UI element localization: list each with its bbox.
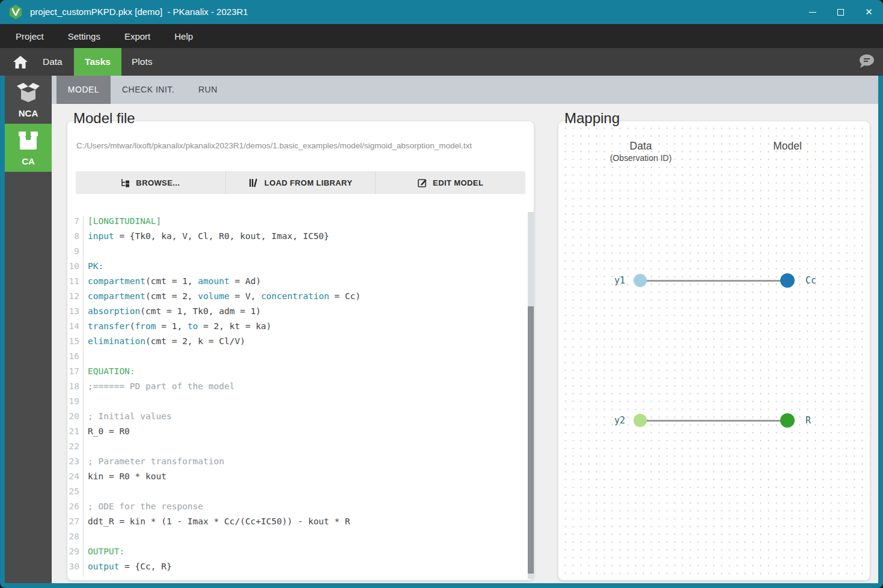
close-button[interactable]: ✕ xyxy=(855,0,883,24)
code-line: 13absorption(cmt = 1, Tk0, adm = 1) xyxy=(67,306,534,321)
code-line: 24kin = R0 * kout xyxy=(67,471,534,486)
observation-id-label: (Observation ID) xyxy=(590,153,692,163)
tab-plots[interactable]: Plots xyxy=(132,48,152,76)
menu-project[interactable]: Project xyxy=(16,31,44,41)
menu-bar: Project Settings Export Help xyxy=(0,24,883,48)
main-area: Model file Mapping C:/Users/mtwar/lixoft… xyxy=(52,104,878,583)
mapping-connector-line xyxy=(640,280,787,282)
browse-button[interactable]: BROWSE... xyxy=(76,171,225,194)
mapping-heading: Mapping xyxy=(564,110,620,127)
subtab-check-init[interactable]: CHECK INIT. xyxy=(122,76,174,104)
code-line: 14transfer(from = 1, to = 2, kt = ka) xyxy=(67,321,534,336)
model-file-heading: Model file xyxy=(73,110,135,127)
code-lines: 7[LONGITUDINAL]8input = {Tk0, ka, V, Cl,… xyxy=(67,212,534,577)
open-box-icon xyxy=(16,82,40,103)
code-line: 29OUTPUT: xyxy=(67,547,534,562)
code-scrollbar-thumb[interactable] xyxy=(528,306,534,574)
home-tab[interactable] xyxy=(8,48,32,76)
code-line: 15elimination(cmt = 2, k = Cl/V) xyxy=(67,336,534,351)
mapping-connector-line xyxy=(640,420,787,422)
closed-box-icon xyxy=(17,130,39,151)
code-line: 18;====== PD part of the model xyxy=(67,381,534,396)
code-line: 19 xyxy=(67,396,534,411)
menu-help[interactable]: Help xyxy=(174,31,193,41)
close-icon: ✕ xyxy=(865,7,873,17)
model-node-label: R xyxy=(805,413,811,428)
model-node-dot[interactable] xyxy=(780,413,795,428)
sidebar-item-ca[interactable]: CA xyxy=(5,124,52,172)
load-from-library-button-label: LOAD FROM LIBRARY xyxy=(264,178,352,187)
browse-button-label: BROWSE... xyxy=(136,178,180,187)
minimize-button[interactable] xyxy=(798,0,826,24)
mapping-model-column-header: Model xyxy=(736,140,839,153)
mapping-row: y2 R xyxy=(558,413,870,428)
mapping-panel: Data (Observation ID) Model y1 Cc y2 xyxy=(558,121,870,580)
maximize-button[interactable] xyxy=(826,0,855,24)
tab-tasks[interactable]: Tasks xyxy=(74,48,121,76)
minimize-icon xyxy=(809,12,816,13)
model-button-row: BROWSE... LOAD FROM LIBRARY xyxy=(76,171,525,194)
titlebar: project_customPKPD.pkx [demo] - PKanalix… xyxy=(0,0,883,24)
code-line: 7[LONGITUDINAL] xyxy=(67,216,534,231)
edit-model-button-label: EDIT MODEL xyxy=(433,178,483,187)
mapping-data-column-header: Data (Observation ID) xyxy=(590,140,692,163)
tab-data[interactable]: Data xyxy=(43,48,63,76)
subtab-model[interactable]: MODEL xyxy=(57,76,111,104)
code-line: 16 xyxy=(67,351,534,366)
data-header-label: Data xyxy=(590,140,692,153)
code-line: 20; Initial values xyxy=(67,411,534,426)
edit-pencil-icon xyxy=(418,178,427,187)
home-icon xyxy=(13,56,28,68)
code-line: 11compartment(cmt = 1, amount = Ad) xyxy=(67,276,534,291)
browse-icon xyxy=(121,178,130,187)
sidebar-item-nca[interactable]: NCA xyxy=(5,76,52,124)
code-line: 25 xyxy=(67,486,534,502)
pkanalix-app-icon xyxy=(8,4,23,20)
mapping-row: y1 Cc xyxy=(558,273,870,288)
model-node-label: Cc xyxy=(805,273,816,288)
sidebar: NCA CA xyxy=(5,76,52,583)
library-icon xyxy=(249,178,259,187)
data-node-dot[interactable] xyxy=(634,414,647,427)
data-node-label: y1 xyxy=(558,273,625,288)
data-node-dot[interactable] xyxy=(634,274,647,287)
task-subtab-bar: MODEL CHECK INIT. RUN xyxy=(52,76,878,104)
menu-export[interactable]: Export xyxy=(124,31,150,41)
content-frame: NCA CA MODEL CHECK INIT. RUN xyxy=(5,76,878,583)
menu-settings[interactable]: Settings xyxy=(68,31,100,41)
code-line: 28 xyxy=(67,532,534,547)
code-line: 27ddt_R = kin * (1 - Imax * Cc/(Cc+IC50)… xyxy=(67,517,534,532)
app-window: project_customPKPD.pkx [demo] - PKanalix… xyxy=(0,0,883,588)
feedback-chat-button[interactable] xyxy=(857,53,875,70)
model-node-dot[interactable] xyxy=(780,273,795,288)
code-line: 8input = {Tk0, ka, V, Cl, R0, kout, Imax… xyxy=(67,231,534,246)
nav-tab-bar: Data Tasks Plots xyxy=(0,48,883,76)
code-line: 22 xyxy=(67,441,534,456)
data-node-label: y2 xyxy=(558,413,625,428)
code-line: 26; ODE for the response xyxy=(67,502,534,517)
code-line: 21R_0 = R0 xyxy=(67,426,534,441)
code-line: 30output = {Cc, R} xyxy=(67,562,534,577)
model-code-editor[interactable]: 7[LONGITUDINAL]8input = {Tk0, ka, V, Cl,… xyxy=(67,212,534,579)
model-file-path: C:/Users/mtwar/lixoft/pkanalix/pkanalix2… xyxy=(76,141,516,150)
code-line: 10PK: xyxy=(67,261,534,276)
window-title: project_customPKPD.pkx [demo] - PKanalix… xyxy=(30,0,248,24)
maximize-icon xyxy=(837,9,844,16)
model-header-label: Model xyxy=(736,140,839,153)
code-line: 9 xyxy=(67,246,534,261)
sidebar-item-label: CA xyxy=(5,156,52,166)
code-line: 12compartment(cmt = 2, volume = V, conce… xyxy=(67,291,534,306)
code-line: 17EQUATION: xyxy=(67,366,534,381)
subtab-run[interactable]: RUN xyxy=(198,76,218,104)
code-scrollbar[interactable] xyxy=(528,212,534,579)
edit-model-button[interactable]: EDIT MODEL xyxy=(375,171,525,194)
window-controls: ✕ xyxy=(798,0,883,24)
chat-bubble-icon xyxy=(857,53,875,70)
code-line: 23; Parameter transformation xyxy=(67,456,534,471)
load-from-library-button[interactable]: LOAD FROM LIBRARY xyxy=(225,171,376,194)
sidebar-item-label: NCA xyxy=(5,108,52,118)
model-file-panel: C:/Users/mtwar/lixoft/pkanalix/pkanalix2… xyxy=(67,121,534,580)
